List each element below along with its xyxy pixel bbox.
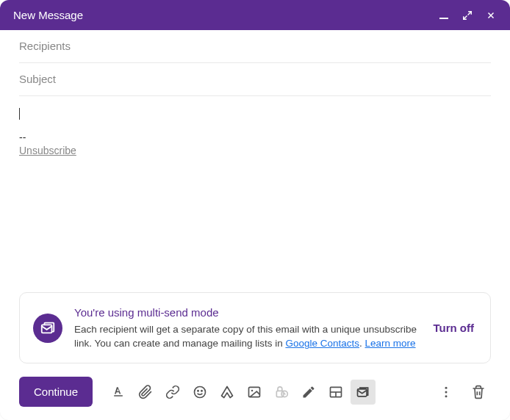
text-format-icon	[111, 385, 126, 399]
continue-button[interactable]: Continue	[19, 377, 93, 407]
text-cursor	[19, 108, 20, 120]
header-title: New Message	[13, 9, 83, 21]
svg-point-2	[198, 390, 198, 391]
compose-toolbar: Continue	[0, 371, 510, 420]
notice-description: Each recipient will get a separate copy …	[74, 322, 418, 351]
multisend-toggle-button[interactable]	[351, 380, 376, 405]
insert-drive-button[interactable]	[215, 380, 240, 405]
notice-title: You're using multi-send mode	[74, 305, 418, 321]
minimize-button[interactable]	[438, 10, 450, 21]
lock-clock-icon	[274, 385, 289, 399]
select-layout-button[interactable]	[323, 380, 348, 405]
fullscreen-icon	[462, 10, 473, 21]
emoji-icon	[193, 385, 207, 399]
svg-point-3	[201, 390, 202, 391]
minimize-icon	[439, 18, 448, 19]
pen-icon	[301, 385, 316, 399]
fullscreen-button[interactable]	[461, 10, 473, 21]
close-button[interactable]	[485, 10, 497, 21]
insert-emoji-button[interactable]	[187, 380, 212, 405]
attach-file-button[interactable]	[133, 380, 158, 405]
subject-row	[19, 63, 491, 96]
header-controls	[438, 10, 497, 21]
close-icon	[486, 10, 496, 21]
discard-draft-button[interactable]	[466, 380, 491, 405]
notice-desc-2: .	[359, 338, 365, 349]
drive-icon	[220, 385, 234, 399]
attachment-icon	[138, 385, 153, 399]
multisend-icon	[40, 320, 56, 336]
message-body[interactable]: -- Unsubscribe	[0, 96, 510, 292]
compose-fields	[0, 30, 510, 96]
recipients-row	[19, 30, 491, 63]
confidential-mode-button[interactable]	[269, 380, 294, 405]
multisend-toolbar-icon	[356, 385, 370, 399]
link-icon	[165, 385, 180, 399]
svg-point-12	[445, 386, 448, 388]
signature-separator: --	[19, 131, 491, 143]
svg-point-14	[445, 395, 448, 397]
insert-link-button[interactable]	[160, 380, 185, 405]
insert-photo-button[interactable]	[242, 380, 267, 405]
notice-text: You're using multi-send mode Each recipi…	[74, 305, 418, 351]
layout-icon	[328, 385, 343, 399]
formatting-toolbar	[106, 380, 431, 405]
subject-input[interactable]	[19, 73, 491, 85]
photo-icon	[247, 385, 262, 399]
more-vertical-icon	[439, 385, 453, 399]
formatting-options-button[interactable]	[106, 380, 131, 405]
svg-point-5	[251, 389, 254, 391]
recipients-input[interactable]	[19, 40, 491, 52]
turn-off-button[interactable]: Turn off	[430, 316, 477, 340]
toolbar-right	[434, 380, 491, 405]
learn-more-link[interactable]: Learn more	[365, 338, 416, 349]
compose-header: New Message	[0, 0, 510, 30]
multisend-notice: You're using multi-send mode Each recipi…	[19, 292, 491, 363]
insert-signature-button[interactable]	[296, 380, 321, 405]
multisend-icon-circle	[33, 314, 62, 343]
svg-point-1	[195, 386, 206, 397]
svg-point-13	[445, 391, 448, 393]
trash-icon	[471, 385, 486, 399]
compose-window: New Message -- Unsub	[0, 0, 510, 420]
google-contacts-link[interactable]: Google Contacts	[285, 338, 359, 349]
unsubscribe-link[interactable]: Unsubscribe	[19, 145, 76, 156]
more-options-button[interactable]	[434, 380, 459, 405]
